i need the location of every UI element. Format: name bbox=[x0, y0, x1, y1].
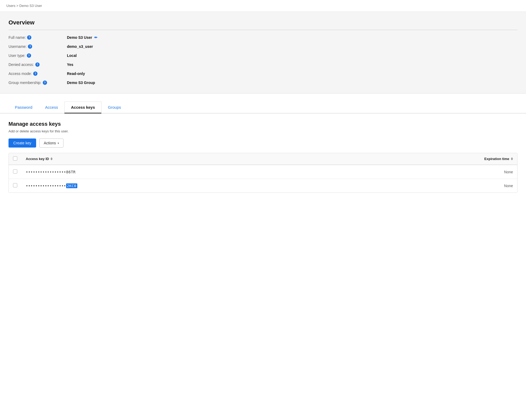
section-subtitle: Add or delete access keys for this user. bbox=[9, 129, 517, 133]
col-key-id-label: Access key ID bbox=[26, 157, 49, 161]
access-keys-table: Access key ID Expiration time bbox=[9, 153, 517, 193]
group-membership-label: Group membership: ? bbox=[9, 81, 67, 85]
row2-expiry: None bbox=[504, 184, 513, 188]
tab-groups[interactable]: Groups bbox=[101, 102, 127, 114]
row1-key-id-cell: •••••••••••••••••86TR bbox=[22, 165, 328, 179]
username-label: Username: ? bbox=[9, 44, 67, 49]
tabs-container: Password Access Access keys Groups bbox=[0, 94, 526, 114]
tab-password[interactable]: Password bbox=[9, 102, 39, 114]
access-mode-value: Read-only bbox=[67, 72, 517, 76]
denied-access-help-icon[interactable]: ? bbox=[35, 62, 40, 67]
col-header-key-id[interactable]: Access key ID bbox=[22, 153, 328, 165]
breadcrumb-current: Demo S3 User bbox=[19, 4, 42, 8]
select-all-checkbox[interactable] bbox=[13, 156, 17, 161]
denied-access-value: Yes bbox=[67, 62, 517, 67]
breadcrumb-separator: > bbox=[16, 4, 19, 8]
row1-checkbox[interactable] bbox=[13, 169, 17, 174]
usertype-help-icon[interactable]: ? bbox=[27, 53, 31, 58]
actions-label: Actions bbox=[44, 141, 56, 145]
breadcrumb: Users > Demo S3 User bbox=[0, 0, 526, 12]
tab-access[interactable]: Access bbox=[39, 102, 64, 114]
overview-section: Overview Full name: ? Demo S3 User ✏ Use… bbox=[0, 12, 526, 94]
row2-key-id-cell: •••••••••••••••••2KC0 bbox=[22, 179, 328, 193]
content-section: Manage access keys Add or delete access … bbox=[0, 114, 526, 200]
row1-expiry-cell: None bbox=[328, 165, 517, 179]
group-membership-help-icon[interactable]: ? bbox=[43, 81, 47, 85]
row2-expiry-cell: None bbox=[328, 179, 517, 193]
row1-key-dots: ••••••••••••••••• bbox=[26, 170, 66, 174]
row1-key-suffix: 86TR bbox=[66, 170, 76, 174]
actions-button[interactable]: Actions ▾ bbox=[39, 138, 63, 148]
tab-access-keys[interactable]: Access keys bbox=[64, 102, 101, 114]
row2-key-dots: ••••••••••••••••• bbox=[26, 184, 66, 188]
access-mode-help-icon[interactable]: ? bbox=[33, 72, 37, 76]
table-row: •••••••••••••••••86TR None bbox=[9, 165, 517, 179]
fullname-value: Demo S3 User ✏ bbox=[67, 35, 517, 40]
row2-checkbox-cell[interactable] bbox=[9, 179, 22, 193]
row1-checkbox-cell[interactable] bbox=[9, 165, 22, 179]
group-membership-value: Demo S3 Group bbox=[67, 81, 517, 85]
denied-access-label: Denied access: ? bbox=[9, 62, 67, 67]
section-title: Manage access keys bbox=[9, 121, 517, 127]
select-all-header[interactable] bbox=[9, 153, 22, 165]
row2-key-id: •••••••••••••••••2KC0 bbox=[26, 183, 77, 188]
actions-chevron-icon: ▾ bbox=[58, 142, 59, 145]
col-header-expiry[interactable]: Expiration time bbox=[328, 153, 517, 165]
breadcrumb-users: Users bbox=[6, 4, 15, 8]
usertype-value: Local bbox=[67, 53, 517, 58]
col-expiry-label: Expiration time bbox=[484, 157, 509, 161]
row2-key-suffix: 2KC0 bbox=[66, 183, 77, 188]
fullname-help-icon[interactable]: ? bbox=[27, 35, 31, 40]
col-expiry-sort-icon[interactable] bbox=[511, 157, 513, 160]
username-value: demo_s3_user bbox=[67, 44, 517, 49]
fullname-edit-icon[interactable]: ✏ bbox=[94, 35, 97, 40]
row1-key-id: •••••••••••••••••86TR bbox=[26, 170, 76, 174]
overview-grid: Full name: ? Demo S3 User ✏ Username: ? … bbox=[9, 35, 517, 85]
create-key-button[interactable]: Create key bbox=[9, 138, 36, 148]
table-header-row: Access key ID Expiration time bbox=[9, 153, 517, 165]
fullname-label: Full name: ? bbox=[9, 35, 67, 40]
usertype-label: User type: ? bbox=[9, 53, 67, 58]
row1-expiry: None bbox=[504, 170, 513, 174]
access-mode-label: Access mode: ? bbox=[9, 72, 67, 76]
col-key-id-sort-icon[interactable] bbox=[50, 157, 53, 160]
row2-checkbox[interactable] bbox=[13, 183, 17, 187]
overview-title: Overview bbox=[9, 19, 517, 30]
username-help-icon[interactable]: ? bbox=[28, 44, 32, 49]
table-row: •••••••••••••••••2KC0 None bbox=[9, 179, 517, 193]
toolbar: Create key Actions ▾ bbox=[9, 138, 517, 148]
